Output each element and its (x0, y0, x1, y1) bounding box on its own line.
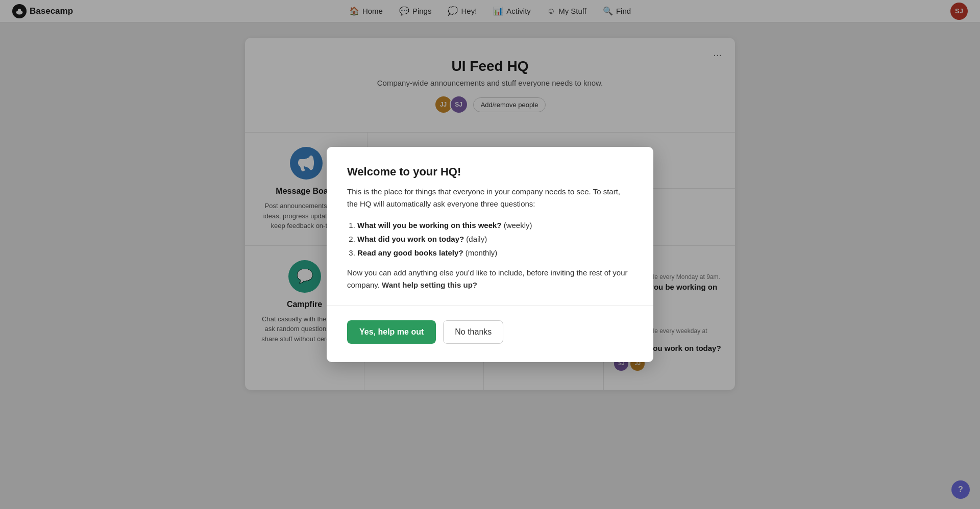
modal-question-2: What did you work on today? (daily) (357, 232, 633, 246)
modal-question-1: What will you be working on this week? (… (357, 218, 633, 232)
modal-q2-freq: (daily) (466, 235, 487, 243)
modal-actions: Yes, help me out No thanks (347, 320, 633, 344)
modal-questions-list: What will you be working on this week? (… (347, 218, 633, 260)
modal-outro-cta: Want help setting this up? (382, 281, 477, 289)
modal-title: Welcome to your HQ! (347, 165, 633, 179)
modal-question-3: Read any good books lately? (monthly) (357, 246, 633, 260)
modal-q2-text: What did you work on today? (357, 235, 464, 243)
modal-q1-text: What will you be working on this week? (357, 221, 502, 230)
modal-q3-text: Read any good books lately? (357, 248, 463, 257)
modal-q3-freq: (monthly) (465, 248, 498, 257)
welcome-modal: Welcome to your HQ! This is the place fo… (327, 147, 653, 362)
modal-q1-freq: (weekly) (504, 221, 532, 230)
modal-outro: Now you can add anything else you’d like… (347, 267, 633, 291)
yes-help-button[interactable]: Yes, help me out (347, 320, 436, 344)
modal-divider (327, 306, 653, 306)
no-thanks-button[interactable]: No thanks (443, 320, 503, 344)
modal-intro: This is the place for things that everyo… (347, 186, 633, 210)
